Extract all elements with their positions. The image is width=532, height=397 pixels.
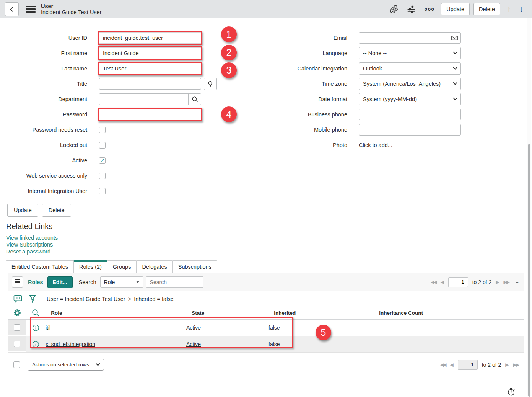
row-checkbox[interactable] <box>14 341 20 347</box>
password-needs-reset-checkbox[interactable] <box>99 127 106 133</box>
view-subscriptions-link[interactable]: View Subscriptions <box>6 241 532 248</box>
last-page-icon[interactable]: ▶▶ <box>504 279 509 285</box>
gear-icon[interactable] <box>8 309 26 317</box>
form-right-column: Email Language -- None -- Calendar integ… <box>254 30 461 199</box>
delete-button-header[interactable]: Delete <box>473 3 500 15</box>
select-all-checkbox[interactable] <box>13 361 20 368</box>
page-number-input-top[interactable] <box>448 277 468 287</box>
filter-icon[interactable] <box>29 295 36 304</box>
suggestion-button[interactable] <box>204 78 217 90</box>
back-button[interactable] <box>5 2 19 16</box>
column-header-inherited[interactable]: ≡Inherited <box>268 310 374 316</box>
column-menu-icon[interactable]: ≡ <box>186 310 189 316</box>
previous-page-icon[interactable]: ◀ <box>440 279 444 285</box>
title-input[interactable] <box>99 78 201 90</box>
list-menu-icon[interactable] <box>12 276 23 288</box>
tab-groups[interactable]: Groups <box>107 260 137 273</box>
dropdown-arrow-icon <box>136 281 139 283</box>
field-business-phone: Business phone <box>254 107 461 122</box>
first-page-icon[interactable]: ◀◀ <box>431 279 436 285</box>
form-left-column: User ID First name Last name Title <box>0 30 242 199</box>
reset-a-password-link[interactable]: Reset a password <box>6 248 532 255</box>
internal-integration-user-checkbox[interactable] <box>99 188 106 194</box>
row-checkbox[interactable] <box>14 324 20 331</box>
locked-out-checkbox[interactable] <box>99 142 106 149</box>
column-menu-icon[interactable]: ≡ <box>46 310 49 316</box>
photo-click-to-add[interactable]: Click to add... <box>359 142 392 148</box>
time-zone-select[interactable]: System (America/Los_Angeles) <box>359 78 461 90</box>
department-input[interactable] <box>99 94 188 105</box>
search-label: Search <box>79 279 96 285</box>
breadcrumb-inherited-condition[interactable]: Inherited = false <box>134 296 174 302</box>
tab-delegates[interactable]: Delegates <box>136 260 172 273</box>
time-zone-label: Time zone <box>254 81 347 87</box>
scrollbar-thumb[interactable] <box>528 144 530 397</box>
column-header-inheritance-count[interactable]: ≡Inheritance Count <box>374 310 524 316</box>
field-time-zone: Time zone System (America/Los_Angeles) <box>254 76 461 91</box>
chat-saved-replies-icon[interactable] <box>13 295 22 303</box>
update-button[interactable]: Update <box>7 204 38 217</box>
last-page-icon[interactable]: ▶▶ <box>513 362 519 368</box>
info-icon[interactable] <box>26 341 46 348</box>
next-page-icon[interactable]: ▶ <box>496 279 499 285</box>
calendar-integration-select[interactable]: Outlook <box>359 62 461 75</box>
next-page-icon[interactable]: ▶ <box>505 362 509 368</box>
column-header-role[interactable]: ≡Role <box>46 310 186 316</box>
breadcrumb: User = Incident Guide Test User>Inherite… <box>47 296 174 302</box>
minimize-list-button[interactable]: − <box>514 279 520 285</box>
list-search-input[interactable] <box>146 276 203 288</box>
response-time-icon[interactable] <box>507 387 516 397</box>
info-icon[interactable] <box>26 324 46 332</box>
breadcrumb-row: User = Incident Guide Test User>Inherite… <box>8 291 524 307</box>
role-link[interactable]: x_snd_eb.integration <box>46 341 95 347</box>
chevron-down-icon <box>453 81 457 85</box>
view-linked-accounts-link[interactable]: View linked accounts <box>6 234 532 241</box>
related-links-title: Related Links <box>6 222 532 231</box>
page-number-input-bottom[interactable] <box>458 360 478 370</box>
context-menu-icon[interactable] <box>26 6 36 13</box>
personalize-form-icon[interactable] <box>407 5 416 14</box>
state-link[interactable]: Active <box>186 325 201 331</box>
language-select[interactable]: -- None -- <box>359 47 461 59</box>
tab-roles[interactable]: Roles (2) <box>73 260 107 273</box>
first-page-icon[interactable]: ◀◀ <box>440 362 446 368</box>
paperclip-icon[interactable] <box>390 5 399 14</box>
field-department: Department <box>0 91 242 107</box>
search-field-select[interactable]: Role <box>100 276 143 288</box>
update-button-header[interactable]: Update <box>441 3 470 15</box>
page-footer <box>0 381 532 397</box>
more-options-icon[interactable]: ooo <box>425 7 435 12</box>
list-title-link[interactable]: Roles <box>28 279 43 285</box>
form-buttons: Update Delete <box>7 204 532 217</box>
state-link[interactable]: Active <box>186 341 201 347</box>
search-icon[interactable] <box>26 309 46 317</box>
edit-button[interactable]: Edit... <box>47 276 73 288</box>
actions-select[interactable]: Actions on selected rows... <box>28 359 104 371</box>
delete-button[interactable]: Delete <box>42 204 71 217</box>
breadcrumb-user-condition[interactable]: User = Incident Guide Test User <box>47 296 125 302</box>
tab-subscriptions[interactable]: Subscriptions <box>172 260 217 273</box>
business-phone-input[interactable] <box>359 109 461 120</box>
email-input[interactable] <box>359 33 448 43</box>
chevron-down-icon <box>453 50 457 54</box>
first-name-input[interactable] <box>99 47 201 59</box>
next-record-icon[interactable]: ↓ <box>519 5 524 14</box>
date-format-select[interactable]: System (yyyy-MM-dd) <box>359 93 461 105</box>
previous-page-icon[interactable]: ◀ <box>450 362 453 368</box>
active-checkbox[interactable]: ✓ <box>99 157 106 164</box>
first-name-label: First name <box>0 50 87 56</box>
user-id-input[interactable] <box>99 32 201 44</box>
column-header-state[interactable]: ≡State <box>186 310 268 316</box>
password-label: Password <box>0 111 87 118</box>
password-input[interactable] <box>99 109 201 120</box>
column-menu-icon[interactable]: ≡ <box>374 310 377 316</box>
reference-lookup-button[interactable] <box>188 94 201 105</box>
internal-integration-user-label: Internal Integration User <box>0 188 87 194</box>
mobile-phone-input[interactable] <box>359 124 461 136</box>
last-name-input[interactable] <box>99 63 201 74</box>
email-icon[interactable] <box>448 33 460 43</box>
tab-entitled-custom-tables[interactable]: Entitled Custom Tables <box>6 260 74 273</box>
column-menu-icon[interactable]: ≡ <box>268 310 272 316</box>
web-service-access-only-checkbox[interactable] <box>99 173 106 179</box>
role-link[interactable]: itil <box>46 325 50 331</box>
